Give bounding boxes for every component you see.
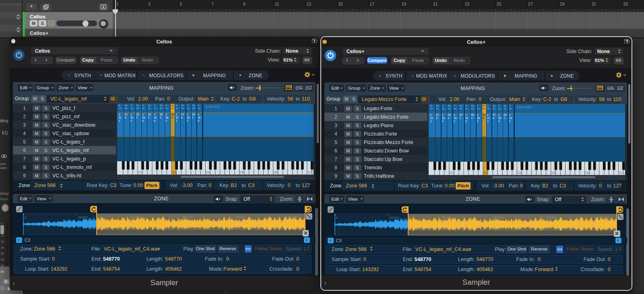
svg-text:C4: C4 [206,171,210,174]
svg-text:C3: C3 [484,171,487,174]
svg-text:C5: C5 [551,171,555,174]
svg-text:C7: C7 [308,171,312,174]
svg-text:C6: C6 [585,171,589,174]
svg-text:C4: C4 [518,171,521,174]
svg-text:C7: C7 [619,171,623,174]
svg-text:C2: C2 [450,171,453,174]
svg-text:C3: C3 [172,171,176,174]
svg-text:C2: C2 [138,171,142,174]
svg-text:C6: C6 [274,171,277,174]
svg-text:C5: C5 [240,171,244,174]
